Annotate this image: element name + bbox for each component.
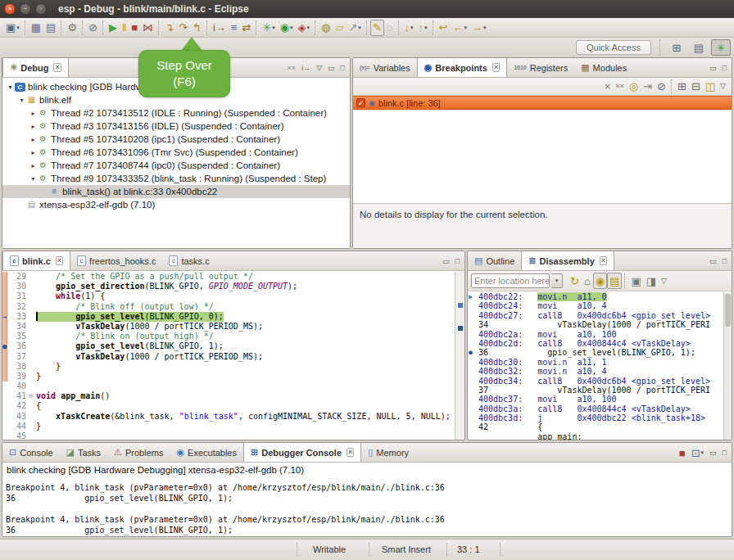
- console-panel-tab-memory[interactable]: ▯Memory: [361, 443, 415, 462]
- previous-annotation-button[interactable]: ↑▾: [416, 20, 430, 36]
- disassembly-line[interactable]: 42 {: [468, 422, 723, 431]
- breakpoints-panel-tab-breakpoints[interactable]: ◉Breakpoints×: [417, 58, 507, 77]
- minimize-button[interactable]: ▭: [707, 61, 719, 75]
- disassembly-line[interactable]: 400dbc2a: movi a10, 100: [468, 330, 723, 339]
- disassembly-gutter[interactable]: [468, 358, 478, 367]
- disassembly-gutter[interactable]: [468, 413, 478, 422]
- skip-all-breakpoints-button[interactable]: ⊘: [655, 79, 668, 95]
- code-line-44[interactable]: 44}: [2, 422, 455, 431]
- breakpoint-checkbox[interactable]: ✓: [356, 98, 365, 107]
- annotation-gutter[interactable]: [2, 291, 11, 301]
- disassembly-gutter[interactable]: [468, 404, 478, 413]
- instruction-stepping-mode-button[interactable]: i→: [299, 61, 313, 75]
- expand-all-button[interactable]: ⊞: [675, 79, 689, 95]
- location-input[interactable]: Enter location here: [471, 273, 550, 288]
- remove-all-breakpoints-button[interactable]: ××: [613, 79, 627, 95]
- disassembly-line[interactable]: 400dbc3d: j 0x400dbc22 <blink_task+18>: [468, 413, 723, 422]
- disassembly-line[interactable]: app_main:: [468, 432, 723, 440]
- breakpoint-ruler-marker[interactable]: [458, 326, 463, 331]
- debug-tree-item[interactable]: ▾⚙Thread #9 1073433352 (blink_task : Run…: [2, 172, 350, 185]
- twistie-icon[interactable]: ▸: [29, 136, 38, 143]
- maximize-window-button[interactable]: ▫: [35, 3, 47, 15]
- disassembly-panel-tab-outline[interactable]: ▤Outline: [468, 251, 521, 270]
- console-output[interactable]: Breakpoint 4, blink_task (pvParameter=0x…: [2, 477, 732, 535]
- twistie-icon[interactable]: ▾: [29, 175, 38, 183]
- twistie-icon[interactable]: ▸: [29, 110, 38, 117]
- display-selected-console-button[interactable]: ⊡▾: [689, 445, 706, 460]
- annotation-gutter[interactable]: [2, 272, 11, 282]
- location-dropdown-icon[interactable]: ▾: [551, 273, 563, 288]
- sync-with-pc-button[interactable]: ◉: [593, 273, 607, 289]
- debug-tree-item[interactable]: ▸⚙Thread #3 1073413156 (IDLE) (Suspended…: [2, 120, 350, 133]
- forward-button[interactable]: →▾: [469, 20, 489, 36]
- debug-tree-item[interactable]: ▤xtensa-esp32-elf-gdb (7.10): [2, 198, 350, 211]
- skip-all-breakpoints-button[interactable]: ⊘: [86, 20, 100, 36]
- disassembly-gutter[interactable]: [468, 386, 478, 395]
- code-line-34[interactable]: 34 vTaskDelay(1000 / portTICK_PERIOD_MS)…: [2, 322, 455, 332]
- disassembly-panel-tab-disassembly[interactable]: ≣Disassembly×: [521, 251, 614, 270]
- new-wizard-button[interactable]: ▣▾: [3, 20, 22, 36]
- editor-tab-tasks-c[interactable]: ctasks.c: [162, 251, 215, 270]
- code-line-35[interactable]: 35 /* Blink on (output high) */: [2, 332, 455, 341]
- step-return-button[interactable]: ↰: [190, 20, 204, 36]
- tab-debug[interactable]: ✳ Debug ×: [2, 58, 69, 77]
- code-line-38[interactable]: 38 }: [2, 362, 455, 372]
- disassembly-line[interactable]: ●36 gpio_set_level(BLINK_GPIO, 1);: [468, 348, 723, 357]
- debug-tree-item[interactable]: ▸⚙Thread #6 1073431096 (Tmr Svc) (Suspen…: [2, 146, 350, 159]
- minimize-window-button[interactable]: −: [20, 3, 31, 15]
- disassembly-gutter[interactable]: [468, 311, 478, 320]
- collapse-all-button[interactable]: ⊟: [689, 79, 703, 95]
- cpp-perspective-button[interactable]: ▤: [689, 39, 709, 56]
- close-tab-icon[interactable]: ×: [600, 256, 607, 265]
- disassembly-line[interactable]: 34 vTaskDelay(1000 / portTICK_PERI: [468, 320, 723, 329]
- next-annotation-button[interactable]: ↓▾: [402, 20, 416, 36]
- editor-tab-freertos-hooks-c[interactable]: cfreertos_hooks.c: [70, 251, 162, 270]
- debug-tree-item[interactable]: ▸⚙Thread #5 1073410208 (ipc1) (Suspended…: [2, 133, 350, 146]
- editor-tab-blink-c[interactable]: cblink.c×: [2, 251, 70, 270]
- disassembly-line[interactable]: 400dbc30: movi.n a11, 1: [468, 358, 723, 367]
- back-button[interactable]: ←▾: [450, 20, 469, 36]
- console-panel-tab-executables[interactable]: ◉Executables: [170, 443, 243, 462]
- code-line-33[interactable]: →33 gpio_set_level(BLINK_GPIO, 0);: [2, 312, 455, 322]
- annotation-gutter[interactable]: →: [2, 312, 11, 322]
- disassembly-gutter[interactable]: [468, 432, 478, 440]
- maximize-button[interactable]: □: [453, 254, 462, 269]
- code-line-31[interactable]: 31 while(1) {: [2, 291, 455, 301]
- code-line-30[interactable]: 30 gpio_set_direction(BLINK_GPIO, GPIO_M…: [2, 282, 455, 291]
- disassembly-scrollbar[interactable]: [723, 292, 732, 440]
- pin-view-button[interactable]: ◨: [644, 273, 659, 289]
- coverage-button[interactable]: ◍: [319, 20, 333, 36]
- open-perspective-button[interactable]: ⊞: [667, 39, 686, 56]
- console-panel-tab-problems[interactable]: ⚠Problems: [107, 443, 170, 462]
- build-button[interactable]: ⚙: [65, 20, 79, 36]
- disassembly-line[interactable]: 400dbc37: movi a10, 100: [468, 395, 723, 404]
- code-line-40[interactable]: 40: [2, 382, 455, 391]
- open-new-view-button[interactable]: ▣: [628, 273, 643, 289]
- annotation-gutter[interactable]: [2, 322, 11, 332]
- overview-ruler[interactable]: [455, 272, 464, 440]
- refresh-view-button[interactable]: ↻: [568, 273, 582, 289]
- disassembly-gutter[interactable]: ●: [468, 348, 478, 357]
- console-panel-tab-tasks[interactable]: ◪Tasks: [60, 443, 108, 462]
- code-editor[interactable]: 29 /* Set the GPIO as a push/pull output…: [2, 272, 455, 440]
- breakpoints-panel-tab-registers[interactable]: 1010Registers: [507, 58, 574, 77]
- annotation-gutter[interactable]: [2, 391, 11, 401]
- twistie-icon[interactable]: ▾: [6, 84, 15, 91]
- code-line-32[interactable]: 32 /* Blink off (output low) */: [2, 302, 455, 312]
- disconnect-button[interactable]: ⋈: [140, 20, 156, 36]
- code-line-37[interactable]: 37 vTaskDelay(1000 / portTICK_PERIOD_MS)…: [2, 352, 455, 362]
- terminate-button[interactable]: ■: [129, 20, 140, 36]
- code-line-45[interactable]: 45: [2, 431, 455, 440]
- disassembly-gutter[interactable]: [468, 330, 478, 339]
- terminate-button[interactable]: ■: [677, 445, 688, 460]
- debug-tree-item[interactable]: ▸⚙Thread #7 1073408744 (ipc0) (Suspended…: [2, 159, 350, 172]
- disassembly-line[interactable]: 400dbc32: movi.n a10, 4: [468, 367, 723, 376]
- close-tab-icon[interactable]: ×: [56, 256, 63, 265]
- view-menu-button[interactable]: ▽: [659, 273, 669, 289]
- code-line-41[interactable]: 41⊖void app_main(): [2, 391, 455, 401]
- close-tab-icon[interactable]: ×: [347, 448, 354, 457]
- twistie-icon[interactable]: ▸: [29, 123, 38, 130]
- breakpoint-icon[interactable]: ●: [2, 341, 7, 351]
- disassembly-gutter[interactable]: [468, 395, 478, 404]
- disassembly-gutter[interactable]: [468, 422, 478, 431]
